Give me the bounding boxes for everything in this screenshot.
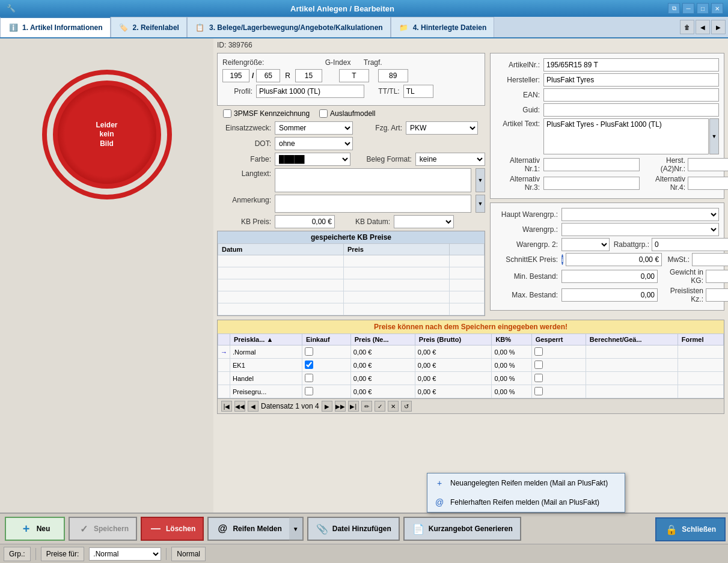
max-bestand-input[interactable]: 0,00 xyxy=(561,288,658,302)
kurzangebot-button[interactable]: 📄 Kurzangebot Generieren xyxy=(403,517,521,541)
tab-trash-btn[interactable]: 🗑 xyxy=(680,20,694,34)
pmsf-checkbox-item[interactable]: 3PMSF Kennzeichnung xyxy=(223,109,310,118)
tab-reifenlabel[interactable]: 🏷️ 2. Reifenlabel xyxy=(111,17,187,37)
dropdown-item-fehlerhaft[interactable]: @ Fehlerhaften Reifen melden (Mail an Pl… xyxy=(427,493,625,512)
artikel-text-scroll-btn[interactable]: ▼ xyxy=(709,118,719,154)
row-handel-gesperrt-cb[interactable] xyxy=(534,374,543,382)
gewicht-input[interactable]: 0,00 xyxy=(706,270,728,283)
warengrp2-select[interactable] xyxy=(561,238,610,251)
nav-delete-btn[interactable]: ✕ xyxy=(388,401,399,412)
tab-artikel-informationen[interactable]: ℹ️ 1. Artikel Informationen xyxy=(0,17,111,37)
dot-select[interactable]: ohne xyxy=(275,137,353,150)
window-close-btn[interactable]: ✕ xyxy=(711,3,723,14)
artikelnr-input[interactable]: 195/65R15 89 T xyxy=(543,58,719,72)
guid-input[interactable] xyxy=(543,103,719,117)
fzg-select[interactable]: PKW LKW xyxy=(406,121,478,135)
row-preisegru-einkauf-cb[interactable] xyxy=(305,387,313,395)
schliessen-button[interactable]: 🔒 Schließen xyxy=(655,517,726,541)
herst-a2-input[interactable] xyxy=(688,158,728,171)
reifen-melden-button[interactable]: @ Reifen Melden xyxy=(207,517,289,541)
farbe-select[interactable]: █████ xyxy=(275,153,350,166)
reifen-melden-arrow-btn[interactable]: ▼ xyxy=(289,517,304,541)
schnitt-input[interactable]: 0,00 € xyxy=(566,253,662,266)
nav-next-btn[interactable]: ▶ xyxy=(322,401,332,412)
alt4-input[interactable] xyxy=(688,177,728,190)
nav-next-10-btn[interactable]: ▶▶ xyxy=(335,401,346,412)
window-minimize-btn[interactable]: ─ xyxy=(682,3,694,14)
beleg-format-select[interactable]: keine xyxy=(415,153,485,166)
g-index-input[interactable]: T xyxy=(339,69,369,82)
row-ek1-einkauf-cb[interactable] xyxy=(305,361,313,369)
row-ek1-einkauf[interactable] xyxy=(302,359,350,372)
tab-belege[interactable]: 📋 3. Belege/Lagerbewegung/Angebote/Kalku… xyxy=(187,17,391,37)
nav-edit-btn[interactable]: ✏ xyxy=(361,401,372,412)
profile-input[interactable]: PlusFakt 1000 (TL) xyxy=(256,85,364,98)
window-restore-btn[interactable]: ⧉ xyxy=(668,3,680,14)
row-preisegru-einkauf[interactable] xyxy=(302,385,350,398)
preise-fuer-select[interactable]: .Normal xyxy=(89,547,161,561)
haupt-warengrp-select[interactable] xyxy=(561,208,719,221)
grp-status: Grp.: xyxy=(4,547,31,561)
rabatt-input[interactable]: 0 xyxy=(652,238,728,251)
price-row-ek1: EK1 0,00 € 0,00 € 0,00 % xyxy=(218,359,724,372)
langtext-scroll-btn[interactable]: ▼ xyxy=(476,168,485,192)
mwst-input[interactable]: 16,00 % xyxy=(692,253,728,266)
artikel-text-textarea[interactable]: PlusFakt Tyres - PlusFakt 1000 (TL) xyxy=(543,118,709,154)
row-handel-einkauf-cb[interactable] xyxy=(305,374,313,382)
kb-preis-input[interactable]: 0,00 € xyxy=(275,215,335,228)
nav-check-btn[interactable]: ✓ xyxy=(375,401,385,412)
tab-hinterlegte-dateien[interactable]: 📁 4. Hinterlegte Dateien xyxy=(391,17,495,37)
row-preisegru-gesperrt-cb[interactable] xyxy=(534,387,543,395)
row-handel-gesperrt[interactable] xyxy=(531,372,586,385)
warengrp-select[interactable] xyxy=(561,223,719,236)
min-bestand-input[interactable]: 0,00 xyxy=(561,270,658,283)
pmsf-checkbox[interactable] xyxy=(223,109,231,118)
row-normal-einkauf-cb[interactable] xyxy=(305,347,313,356)
tab-prev-btn[interactable]: ◀ xyxy=(696,20,710,34)
datei-hinzufuegen-button[interactable]: 📎 Datei Hinzufügen xyxy=(307,517,400,541)
row-ek1-gesperrt-cb[interactable] xyxy=(534,361,543,369)
tab-next-btn[interactable]: ▶ xyxy=(711,20,726,34)
row-handel-einkauf[interactable] xyxy=(302,372,350,385)
schnitt-info-icon[interactable]: i xyxy=(561,254,563,265)
pmsf-label: 3PMSF Kennzeichnung xyxy=(234,109,310,118)
speichern-button[interactable]: ✓ Speichern xyxy=(69,517,137,541)
tt-tl-input[interactable]: TL xyxy=(403,85,433,98)
row-preisegru-gesperrt[interactable] xyxy=(531,385,586,398)
langtext-textarea[interactable] xyxy=(275,168,471,192)
nav-first-btn[interactable]: |◀ xyxy=(221,401,232,412)
nav-refresh-btn[interactable]: ↺ xyxy=(401,401,412,412)
anmerkung-scroll-btn[interactable]: ▼ xyxy=(476,195,485,213)
tire-width-input[interactable]: 195 xyxy=(222,69,249,82)
tab-bar: ℹ️ 1. Artikel Informationen 🏷️ 2. Reifen… xyxy=(0,17,728,38)
normal-text: Normal xyxy=(177,550,200,558)
col-formel: Formel xyxy=(678,334,723,345)
anmerkung-textarea[interactable] xyxy=(275,195,471,213)
load-input[interactable]: 89 xyxy=(378,69,408,82)
auslauf-checkbox[interactable] xyxy=(319,109,328,118)
nav-last-btn[interactable]: ▶| xyxy=(348,401,359,412)
tire-diameter-input[interactable]: 15 xyxy=(295,69,322,82)
window-maximize-btn[interactable]: □ xyxy=(697,3,709,14)
alt1-input[interactable] xyxy=(543,158,640,171)
row-normal-einkauf[interactable] xyxy=(302,345,350,359)
alt3-input[interactable] xyxy=(543,177,640,190)
hersteller-input[interactable]: PlusFakt Tyres xyxy=(543,73,719,87)
einsatz-select[interactable]: Sommer Winter Ganzjahr xyxy=(275,121,353,135)
nav-prev-10-btn[interactable]: ◀◀ xyxy=(234,401,245,412)
row-ek1-gesperrt[interactable] xyxy=(531,359,586,372)
neu-button[interactable]: + Neu xyxy=(5,517,65,541)
ean-input[interactable] xyxy=(543,88,719,102)
loeschen-button[interactable]: — Löschen xyxy=(141,517,204,541)
dropdown-item-neuangelegt[interactable]: + Neuangelegten Reifen melden (Mail an P… xyxy=(427,473,625,493)
nav-prev-btn[interactable]: ◀ xyxy=(248,401,258,412)
preislisten-input[interactable] xyxy=(706,288,728,302)
kb-datum-select[interactable] xyxy=(394,215,454,228)
row-normal-gesperrt[interactable] xyxy=(531,345,586,359)
auslauf-checkbox-item[interactable]: Auslaufmodell xyxy=(319,109,375,118)
row-normal-gesperrt-cb[interactable] xyxy=(534,347,543,356)
tire-height-input[interactable]: 65 xyxy=(256,69,280,82)
grp-label: Grp.: xyxy=(9,550,25,558)
preise-fuer-label: Preise für: xyxy=(46,550,79,558)
warengruppe-section: Haupt Warengrp.: Warengrp.: Warengrp. 2:… xyxy=(490,202,724,311)
